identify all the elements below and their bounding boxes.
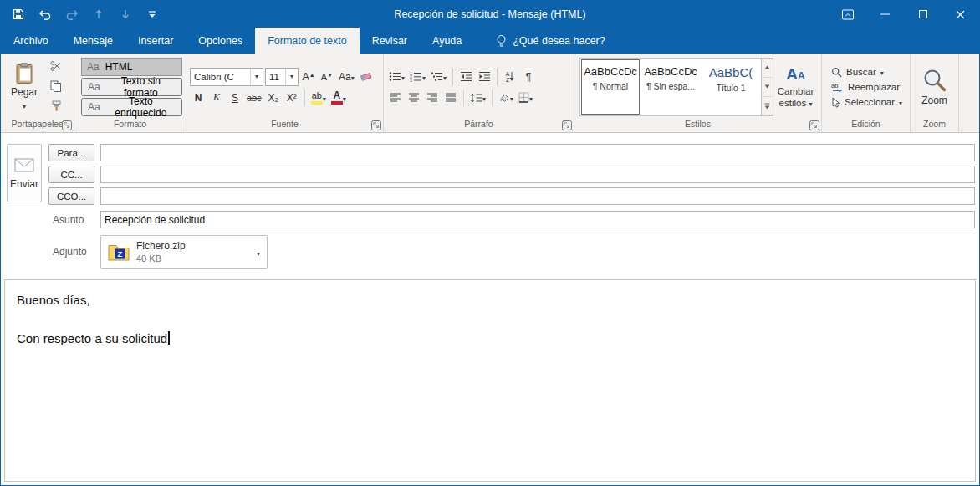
tell-me-box[interactable]: ¿Qué desea hacer? [496, 28, 605, 54]
show-paragraph-marks-button[interactable]: ¶ [520, 68, 537, 86]
separator [492, 90, 493, 106]
gallery-scroll-down-button[interactable] [762, 78, 773, 97]
paint-bucket-icon [498, 93, 510, 103]
close-button[interactable] [942, 1, 979, 28]
tab-revisar[interactable]: Revisar [360, 28, 420, 54]
copy-button[interactable] [48, 79, 64, 94]
gallery-more-icon [764, 103, 770, 110]
change-styles-button[interactable]: AA Cambiar estilos [773, 65, 818, 110]
send-button[interactable]: Enviar [7, 144, 42, 202]
gallery-scroll-up-button[interactable] [762, 59, 773, 78]
shrink-font-button[interactable]: A▼ [319, 68, 335, 86]
zoom-button[interactable]: Zoom [921, 56, 947, 118]
tab-insertar[interactable]: Insertar [125, 28, 186, 54]
customize-quick-access-button[interactable] [141, 3, 163, 25]
find-button[interactable]: Buscar [831, 67, 902, 78]
align-right-button[interactable] [424, 89, 441, 107]
bcc-button[interactable]: CCO... [48, 187, 94, 205]
chevron-down-icon[interactable] [285, 69, 298, 85]
justify-button[interactable] [442, 89, 459, 107]
message-format-options: Aa HTML Aa Texto sin formato Aa Texto en… [78, 56, 182, 118]
style-heading-1[interactable]: AaBbC( Título 1 [701, 59, 761, 115]
font-dialog-launcher[interactable] [371, 120, 381, 130]
font-color-button[interactable]: A [329, 89, 348, 107]
minimize-button[interactable] [866, 1, 904, 28]
style-no-spacing[interactable]: AaBbCcDc ¶ Sin espa... [641, 59, 701, 115]
format-rich-text-button[interactable]: Aa Texto enriquecido [81, 98, 182, 116]
replace-button[interactable]: ab Reemplazar [831, 82, 902, 93]
paste-button[interactable]: Pegar [6, 56, 43, 118]
attachment-dropdown-button[interactable] [250, 236, 267, 268]
next-item-button[interactable] [115, 3, 136, 25]
redo-button[interactable] [61, 3, 83, 25]
to-input[interactable] [100, 144, 975, 161]
ribbon-display-options-icon [841, 8, 855, 21]
format-plain-text-button[interactable]: Aa Texto sin formato [81, 78, 182, 96]
multilevel-list-button[interactable] [429, 68, 448, 86]
tab-mensaje[interactable]: Mensaje [61, 28, 125, 54]
previous-item-button[interactable] [88, 3, 110, 25]
bcc-input[interactable] [100, 187, 975, 205]
undo-button[interactable] [34, 3, 56, 25]
tab-archivo[interactable]: Archivo [1, 28, 61, 54]
chevron-down-icon[interactable] [250, 69, 263, 85]
bold-button[interactable]: N [190, 89, 207, 107]
tab-ayuda[interactable]: Ayuda [420, 28, 474, 54]
message-body-editor[interactable]: Buenos días, Con respecto a su solicitud [4, 279, 976, 482]
align-left-button[interactable] [387, 89, 404, 107]
font-family-combobox[interactable]: Calibri (C [190, 68, 263, 86]
chevron-down-icon [343, 92, 346, 104]
underline-button[interactable]: S [227, 89, 243, 107]
align-left-icon [390, 93, 401, 102]
maximize-button[interactable] [904, 1, 942, 28]
change-styles-icon: AA [786, 65, 804, 84]
line-spacing-icon [470, 93, 482, 103]
chevron-down-icon [809, 98, 812, 108]
select-button[interactable]: Seleccionar [831, 97, 902, 108]
attachment-chip[interactable]: Z Fichero.zip 40 KB [100, 235, 268, 269]
tab-formato-de-texto[interactable]: Formato de texto [255, 28, 360, 54]
ribbon-tab-bar: Archivo Mensaje Insertar Opciones Format… [1, 28, 979, 54]
numbering-button[interactable]: 123 [408, 68, 427, 86]
shading-button[interactable] [497, 89, 515, 107]
sort-button[interactable]: A Z [502, 68, 518, 86]
highlight-color-swatch [311, 101, 323, 105]
bullets-button[interactable] [387, 68, 406, 86]
line-spacing-button[interactable] [468, 89, 487, 107]
chevron-down-icon [257, 246, 260, 258]
grow-font-button[interactable]: A▲ [300, 68, 317, 86]
format-painter-button[interactable] [48, 98, 64, 113]
strikethrough-button[interactable]: abc [245, 89, 263, 107]
cc-button[interactable]: CC... [48, 166, 94, 183]
cc-input[interactable] [100, 166, 975, 183]
text-highlight-button[interactable]: ab [309, 89, 328, 107]
styles-dialog-launcher[interactable] [809, 120, 819, 130]
clipboard-dialog-launcher[interactable] [62, 120, 72, 130]
font-size-combobox[interactable]: 11 [265, 68, 299, 86]
paragraph-dialog-launcher[interactable] [562, 120, 572, 130]
separator [497, 69, 498, 85]
align-center-button[interactable] [406, 89, 422, 107]
separator [463, 90, 464, 106]
chevron-down-icon [510, 92, 513, 104]
borders-button[interactable] [517, 89, 534, 107]
increase-indent-button[interactable] [476, 68, 493, 86]
undo-icon [38, 9, 52, 20]
tab-opciones[interactable]: Opciones [186, 28, 255, 54]
format-html-button[interactable]: Aa HTML [81, 58, 182, 76]
to-button[interactable]: Para... [48, 144, 94, 161]
clear-formatting-button[interactable] [358, 68, 375, 86]
save-button[interactable] [8, 3, 29, 25]
subscript-button[interactable]: X₂ [265, 89, 282, 107]
subject-input[interactable] [100, 211, 975, 228]
gallery-more-button[interactable] [762, 97, 773, 115]
bullet-list-icon [389, 71, 401, 82]
decrease-indent-button[interactable] [457, 68, 474, 86]
style-normal[interactable]: AaBbCcDc ¶ Normal [580, 59, 641, 115]
cut-button[interactable] [48, 59, 64, 74]
ribbon-display-options-button[interactable] [829, 1, 866, 28]
text-cursor [168, 331, 170, 345]
superscript-button[interactable]: X² [283, 89, 300, 107]
italic-button[interactable]: K [208, 89, 225, 107]
change-case-button[interactable]: Aa [337, 68, 356, 86]
